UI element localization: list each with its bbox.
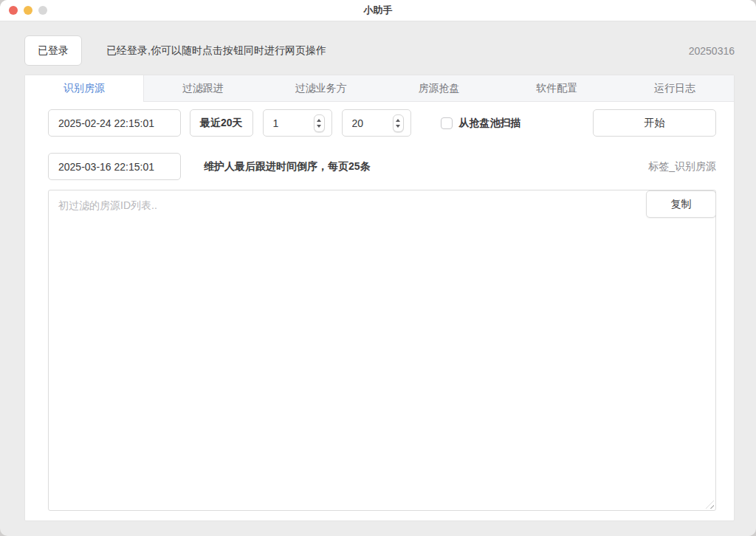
scan-pool-checkbox[interactable] [441,117,453,129]
build-date-label: 20250316 [689,45,735,57]
sort-order-note: 维护人最后跟进时间倒序，每页25条 [204,160,371,173]
tag-label: 标签_识别房源 [648,160,716,173]
stepper-arrows-icon[interactable] [314,114,325,132]
app-window: 小助手 已登录 已经登录,你可以随时点击按钮同时进行网页操作 20250316 … [0,0,756,536]
zoom-button [38,6,47,15]
stepper-down-icon[interactable] [317,125,321,128]
minimize-button[interactable] [24,6,32,15]
start-datetime-input[interactable] [48,109,181,137]
tab-filter-followup[interactable]: 过滤跟进 [144,75,262,102]
stepper-up-icon[interactable] [396,119,400,122]
tab-content: 最近20天 从抢盘池扫描 [25,102,734,522]
stepper-up-icon[interactable] [317,119,321,122]
page-start-stepper[interactable] [263,109,332,137]
result-area: 复制 [48,190,716,511]
tab-identify-listings[interactable]: 识别房源 [25,75,144,102]
tab-filter-business[interactable]: 过滤业务方 [262,75,380,102]
window-title: 小助手 [364,4,393,17]
status-message: 已经登录,你可以随时点击按钮同时进行网页操作 [106,44,326,58]
start-button[interactable]: 开始 [593,109,716,137]
status-bar: 已登录 已经登录,你可以随时点击按钮同时进行网页操作 20250316 [0,21,756,66]
stepper-arrows-icon[interactable] [393,114,404,132]
title-bar: 小助手 [0,0,756,21]
copy-button[interactable]: 复制 [646,190,716,218]
stepper-down-icon[interactable] [396,125,400,128]
tab-run-log[interactable]: 运行日志 [616,75,734,102]
main-panel: 识别房源 过滤跟进 过滤业务方 房源抢盘 软件配置 运行日志 最近20天 [24,75,735,521]
filter-row-1: 最近20天 从抢盘池扫描 [48,109,716,137]
tab-bar: 识别房源 过滤跟进 过滤业务方 房源抢盘 软件配置 运行日志 [25,75,734,102]
login-status-button[interactable]: 已登录 [24,35,82,66]
page-size-input[interactable] [343,117,393,129]
page-start-input[interactable] [264,117,314,129]
tab-listing-grab[interactable]: 房源抢盘 [379,75,498,102]
page-size-stepper[interactable] [342,109,411,137]
scan-pool-checkbox-label: 从抢盘池扫描 [459,117,521,130]
filter-row-2: 维护人最后跟进时间倒序，每页25条 标签_识别房源 [48,153,716,180]
tab-software-config[interactable]: 软件配置 [498,75,616,102]
end-datetime-input[interactable] [48,153,181,180]
close-button[interactable] [9,6,18,15]
window-controls [9,0,47,21]
listing-id-textarea[interactable] [48,190,716,511]
recent-days-button[interactable]: 最近20天 [190,109,253,137]
scan-pool-checkbox-group[interactable]: 从抢盘池扫描 [441,117,521,130]
